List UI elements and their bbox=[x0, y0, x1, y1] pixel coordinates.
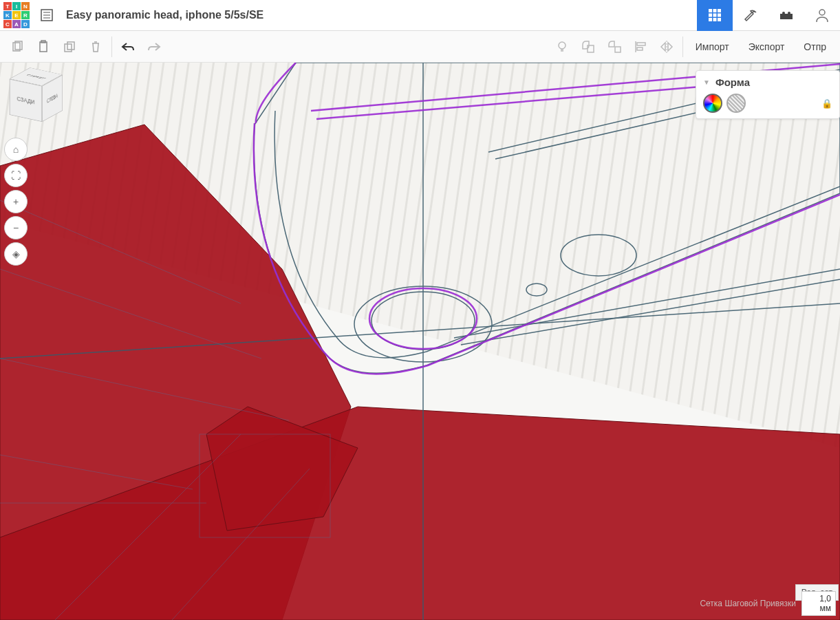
logo-cell: R bbox=[21, 11, 30, 19]
import-button[interactable]: Импорт bbox=[686, 34, 739, 60]
list-icon bbox=[40, 8, 54, 22]
ungroup-icon bbox=[607, 39, 622, 54]
duplicate-icon bbox=[63, 40, 76, 54]
logo-cell: E bbox=[12, 11, 21, 19]
zoom-out-button[interactable]: − bbox=[4, 216, 28, 239]
svg-rect-13 bbox=[780, 14, 793, 19]
mirror-button[interactable] bbox=[654, 34, 680, 60]
svg-rect-8 bbox=[713, 14, 717, 17]
group-button[interactable] bbox=[575, 34, 601, 60]
svg-rect-11 bbox=[713, 18, 717, 21]
svg-rect-25 bbox=[615, 47, 621, 52]
ortho-view-button[interactable]: ◈ bbox=[4, 242, 28, 266]
delete-button[interactable] bbox=[83, 34, 109, 60]
copy-icon bbox=[10, 40, 24, 54]
undo-icon bbox=[120, 41, 136, 53]
undo-button[interactable] bbox=[115, 34, 141, 60]
paste-icon bbox=[36, 40, 50, 54]
viewcube[interactable]: СЗАДИ СЛЕВА СНИЗУ bbox=[10, 69, 58, 117]
bulb-icon bbox=[554, 39, 570, 54]
svg-rect-12 bbox=[718, 18, 721, 21]
zoom-in-button[interactable]: + bbox=[4, 190, 28, 213]
logo-cell: C bbox=[3, 20, 12, 28]
snap-grid-row: Сетка Шаговой Привязки 1,0 мм bbox=[700, 591, 836, 616]
shape-panel-title: Форма bbox=[715, 76, 750, 88]
svg-rect-10 bbox=[709, 18, 712, 21]
svg-rect-27 bbox=[637, 43, 645, 45]
svg-rect-22 bbox=[67, 42, 74, 50]
svg-point-15 bbox=[788, 12, 790, 14]
align-button[interactable] bbox=[627, 34, 654, 60]
svg-rect-19 bbox=[40, 42, 47, 52]
group-icon bbox=[581, 39, 596, 54]
logo-cell: N bbox=[21, 2, 30, 10]
edit-toolbar: Импорт Экспорт Отпр bbox=[0, 31, 840, 63]
user-icon bbox=[814, 7, 830, 23]
ungroup-button[interactable] bbox=[601, 34, 627, 60]
workspace-bricks-button[interactable] bbox=[768, 0, 804, 31]
svg-rect-4 bbox=[709, 9, 712, 12]
app-header: T I N K E R C A D Easy panoramic head, i… bbox=[0, 0, 840, 31]
snap-value-field[interactable]: 1,0 мм bbox=[801, 591, 836, 616]
svg-point-14 bbox=[782, 12, 785, 14]
lock-icon[interactable]: 🔒 bbox=[821, 98, 832, 109]
design-canvas[interactable] bbox=[0, 63, 840, 620]
svg-rect-6 bbox=[718, 9, 721, 12]
home-view-button[interactable]: ⌂ bbox=[4, 138, 28, 161]
hole-button[interactable] bbox=[726, 94, 746, 113]
workspace-blocks-button[interactable] bbox=[733, 0, 768, 31]
view-nav-buttons: ⌂ ⛶ + − ◈ bbox=[4, 138, 28, 266]
svg-rect-9 bbox=[718, 14, 721, 17]
redo-button[interactable] bbox=[141, 34, 167, 60]
logo-cell: D bbox=[21, 20, 30, 28]
workspace-3d-button[interactable] bbox=[697, 0, 733, 31]
viewcube-face-back[interactable]: СЗАДИ bbox=[10, 78, 42, 122]
snap-grid-label: Сетка Шаговой Привязки bbox=[700, 599, 796, 608]
design-list-button[interactable] bbox=[33, 0, 61, 31]
visibility-button[interactable] bbox=[549, 34, 575, 60]
logo-cell: I bbox=[12, 2, 21, 10]
export-button[interactable]: Экспорт bbox=[739, 34, 795, 60]
logo-cell: K bbox=[3, 11, 12, 19]
copy-button[interactable] bbox=[4, 34, 30, 60]
user-account-button[interactable] bbox=[804, 0, 840, 31]
shape-inspector-panel: ▼ Форма 🔒 bbox=[696, 70, 840, 119]
svg-rect-5 bbox=[713, 9, 717, 12]
svg-rect-7 bbox=[709, 14, 712, 17]
mirror-icon bbox=[659, 39, 674, 54]
send-to-button[interactable]: Отпр bbox=[794, 34, 836, 60]
grid-icon bbox=[707, 8, 722, 23]
align-icon bbox=[633, 39, 648, 54]
fit-view-button[interactable]: ⛶ bbox=[4, 164, 28, 187]
brick-icon bbox=[779, 10, 794, 21]
solid-color-button[interactable] bbox=[703, 94, 722, 113]
design-title[interactable]: Easy panoramic head, iphone 5/5s/SE bbox=[61, 9, 697, 21]
pickaxe-icon bbox=[742, 7, 759, 23]
svg-rect-21 bbox=[65, 44, 72, 52]
svg-point-23 bbox=[559, 42, 566, 49]
app-logo[interactable]: T I N K E R C A D bbox=[0, 0, 33, 31]
logo-cell: T bbox=[3, 2, 12, 10]
svg-rect-28 bbox=[637, 47, 643, 50]
paste-button[interactable] bbox=[30, 34, 56, 60]
redo-icon bbox=[147, 41, 162, 53]
duplicate-button[interactable] bbox=[56, 34, 83, 60]
trash-icon bbox=[89, 40, 103, 54]
collapse-icon[interactable]: ▼ bbox=[703, 78, 710, 86]
logo-cell: A bbox=[12, 20, 21, 28]
svg-point-16 bbox=[819, 10, 825, 15]
